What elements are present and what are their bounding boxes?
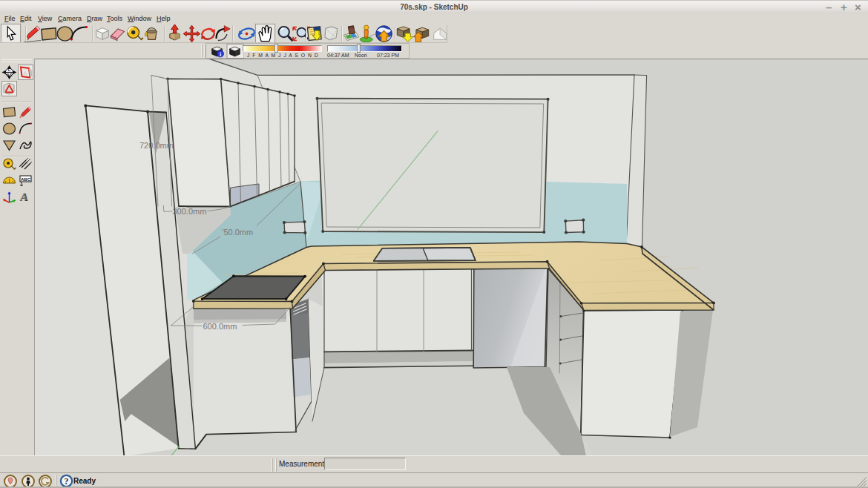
svg-text:720.0mm: 720.0mm	[139, 141, 174, 150]
svg-text:?: ?	[65, 476, 69, 487]
svg-text:600.0mm: 600.0mm	[203, 322, 237, 331]
svg-text:N-S: N-S	[7, 73, 13, 77]
svg-text:’50.0mm: ’50.0mm	[222, 228, 253, 237]
svg-text:ABC: ABC	[21, 177, 31, 182]
svg-text:300.0mm: 300.0mm	[173, 207, 207, 216]
svg-text:C: C	[8, 67, 11, 72]
